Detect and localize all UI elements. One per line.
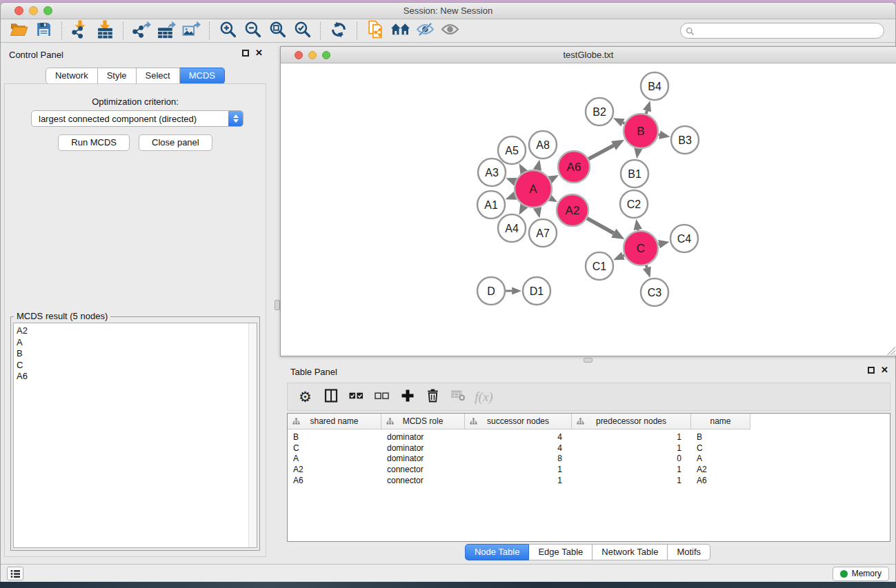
resize-grip[interactable] bbox=[887, 347, 895, 355]
optimization-criterion-dropdown[interactable]: largest connected component (directed) bbox=[31, 110, 243, 127]
edge-A6-B[interactable] bbox=[588, 140, 624, 159]
node-A6[interactable]: A6 bbox=[558, 151, 590, 183]
open-session-button[interactable] bbox=[6, 21, 31, 41]
node-A4[interactable]: A4 bbox=[498, 214, 526, 242]
control-tab-mcds[interactable]: MCDS bbox=[180, 68, 225, 84]
close-panel-icon[interactable]: ✕ bbox=[881, 367, 888, 374]
close-panel-button[interactable]: Close panel bbox=[139, 134, 212, 151]
table-cell[interactable]: A6 bbox=[691, 476, 750, 485]
result-list-item[interactable]: A bbox=[14, 337, 257, 349]
search-input[interactable] bbox=[680, 23, 884, 39]
edge-A-A8[interactable] bbox=[533, 159, 541, 170]
table-cell[interactable]: dominator bbox=[381, 454, 465, 463]
memory-button[interactable]: Memory bbox=[833, 567, 889, 581]
result-list-item[interactable]: C bbox=[14, 360, 257, 372]
divider-handle[interactable] bbox=[275, 300, 280, 310]
column-header-successor-nodes[interactable]: successor nodes bbox=[465, 414, 572, 429]
node-A8[interactable]: A8 bbox=[529, 131, 557, 159]
float-panel-icon[interactable] bbox=[868, 367, 875, 374]
create-column-button[interactable] bbox=[398, 387, 417, 407]
export-image-button[interactable] bbox=[179, 21, 203, 41]
show-columns-button[interactable] bbox=[321, 387, 340, 407]
minimize-window-button[interactable] bbox=[29, 6, 38, 15]
result-list-item[interactable]: B bbox=[14, 348, 257, 360]
task-history-button[interactable] bbox=[7, 567, 23, 580]
node-B1[interactable]: B1 bbox=[621, 160, 648, 187]
table-cell[interactable]: dominator bbox=[381, 443, 465, 453]
save-session-button[interactable] bbox=[31, 21, 56, 41]
net-close-button[interactable] bbox=[295, 51, 303, 59]
edge-B-B1[interactable] bbox=[634, 148, 642, 159]
table-tab-edge-table[interactable]: Edge Table bbox=[529, 544, 593, 560]
edge-B-B3[interactable] bbox=[658, 130, 670, 139]
node-A1[interactable]: A1 bbox=[477, 191, 505, 219]
edge-C-C2[interactable] bbox=[634, 219, 642, 231]
mcds-result-list[interactable]: A2ABCA6 bbox=[13, 323, 257, 548]
horizontal-split-divider[interactable] bbox=[280, 356, 895, 362]
delete-columns-button[interactable] bbox=[424, 387, 442, 407]
zoom-selected-button[interactable] bbox=[290, 21, 315, 41]
unselect-all-columns-button[interactable] bbox=[372, 387, 391, 407]
node-A7[interactable]: A7 bbox=[529, 219, 557, 247]
node-C2[interactable]: C2 bbox=[620, 190, 648, 218]
result-list-scrollbar[interactable] bbox=[248, 323, 257, 547]
network-window-titlebar[interactable]: testGlobe.txt bbox=[281, 47, 896, 63]
table-cell[interactable]: A6 bbox=[288, 476, 381, 485]
node-D[interactable]: D bbox=[477, 277, 505, 305]
table-row[interactable]: Cdominator41C bbox=[288, 443, 890, 454]
net-zoom-button[interactable] bbox=[322, 51, 330, 59]
table-cell[interactable]: A bbox=[691, 454, 750, 463]
node-C4[interactable]: C4 bbox=[670, 225, 698, 252]
node-B2[interactable]: B2 bbox=[586, 98, 613, 125]
edge-C-C1[interactable] bbox=[613, 252, 625, 260]
table-cell[interactable]: dominator bbox=[381, 432, 465, 442]
table-cell[interactable]: 1 bbox=[572, 443, 691, 453]
node-D1[interactable]: D1 bbox=[523, 277, 550, 305]
node-B[interactable]: B bbox=[624, 114, 658, 148]
table-row[interactable]: A2connector11A2 bbox=[288, 464, 890, 475]
zoom-out-button[interactable] bbox=[240, 21, 265, 41]
node-A3[interactable]: A3 bbox=[478, 159, 506, 186]
hide-graphics-details-button[interactable] bbox=[412, 21, 437, 41]
edge-B-B2[interactable] bbox=[613, 118, 625, 126]
table-cell[interactable]: 1 bbox=[572, 465, 691, 474]
network-canvas[interactable]: AA1A2A3A4A5A6A7A8BB1B2B3B4CC1C2C3C4DD1 bbox=[281, 63, 896, 356]
table-row[interactable]: Adominator80A bbox=[288, 454, 890, 465]
table-cell[interactable]: A bbox=[288, 454, 381, 463]
control-tab-network[interactable]: Network bbox=[46, 68, 98, 84]
close-window-button[interactable] bbox=[14, 6, 23, 15]
table-cell[interactable]: 4 bbox=[465, 432, 572, 442]
table-cell[interactable]: A2 bbox=[288, 465, 381, 474]
table-cell[interactable]: 1 bbox=[572, 432, 691, 442]
net-minimize-button[interactable] bbox=[308, 51, 317, 59]
edge-B-B4[interactable] bbox=[643, 101, 651, 114]
vertical-split-divider[interactable] bbox=[270, 45, 280, 564]
table-tab-motifs[interactable]: Motifs bbox=[668, 544, 710, 560]
result-list-item[interactable]: A6 bbox=[14, 371, 257, 383]
node-A2[interactable]: A2 bbox=[557, 194, 588, 226]
edge-C-C4[interactable] bbox=[658, 240, 669, 248]
node-C1[interactable]: C1 bbox=[586, 252, 613, 280]
column-header-MCDS-role[interactable]: MCDS role bbox=[381, 414, 465, 429]
node-B4[interactable]: B4 bbox=[641, 72, 668, 100]
table-cell[interactable]: 1 bbox=[572, 476, 691, 485]
node-B3[interactable]: B3 bbox=[671, 126, 699, 154]
table-cell[interactable]: A2 bbox=[691, 465, 750, 474]
show-home-button[interactable] bbox=[388, 21, 412, 41]
new-network-from-file-button[interactable] bbox=[363, 21, 388, 41]
table-cell[interactable]: connector bbox=[381, 465, 465, 474]
control-tab-style[interactable]: Style bbox=[98, 68, 137, 84]
table-cell[interactable]: 8 bbox=[465, 454, 572, 463]
run-mcds-button[interactable]: Run MCDS bbox=[58, 134, 130, 151]
table-cell[interactable]: connector bbox=[381, 476, 465, 485]
refresh-button[interactable] bbox=[326, 21, 351, 41]
import-table-button[interactable] bbox=[92, 21, 117, 41]
table-tab-network-table[interactable]: Network Table bbox=[593, 544, 668, 560]
table-cell[interactable]: 0 bbox=[572, 454, 691, 463]
show-graphics-details-button[interactable] bbox=[437, 21, 462, 41]
edge-A-A7[interactable] bbox=[533, 207, 541, 218]
import-network-button[interactable] bbox=[68, 21, 92, 41]
table-settings-button[interactable]: ⚙ bbox=[296, 387, 315, 407]
table-row[interactable]: A6connector11A6 bbox=[288, 475, 890, 486]
result-list-item[interactable]: A2 bbox=[14, 325, 257, 337]
